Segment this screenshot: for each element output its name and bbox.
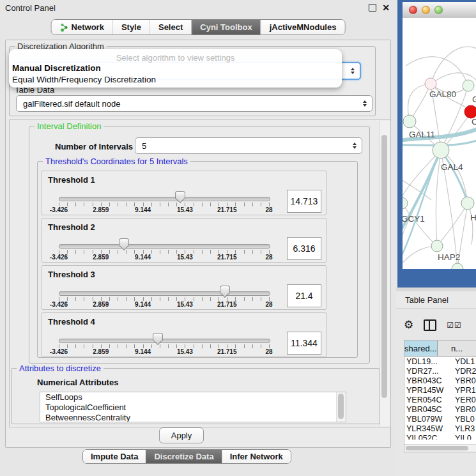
list-item[interactable]: SelfLoops <box>40 392 346 403</box>
table-cell[interactable]: YER054C <box>404 395 453 404</box>
apply-button[interactable]: Apply <box>159 427 204 443</box>
column-header-name[interactable]: n... <box>438 341 476 356</box>
table-row[interactable]: YDL19...YDL1 <box>404 357 476 366</box>
slider-knob[interactable] <box>175 191 185 199</box>
threshold-2-value-field[interactable]: 6.316 <box>287 237 321 260</box>
table-cell[interactable]: YLR345W <box>404 424 453 433</box>
list-scrollbar[interactable] <box>336 392 346 422</box>
numerical-attributes-label: Numerical Attributes <box>37 378 118 387</box>
table-cell[interactable]: YBR043C <box>404 376 453 385</box>
table-row[interactable]: YBL079WYBL0 <box>404 414 476 424</box>
dropdown-hint: Select algorithm to view settings <box>9 53 342 63</box>
threshold-3-slider[interactable]: -3.426 2.859 9.144 15.43 21.715 28 <box>59 266 269 309</box>
tick-label: 15.43 <box>177 254 193 261</box>
attributes-group-title: Attributes to discretize <box>17 364 104 373</box>
tick-label: 21.715 <box>217 348 237 355</box>
tab-jactivemnodules[interactable]: jActiveMNodules <box>261 20 345 35</box>
table-row[interactable]: YPR145WYPR1 <box>404 385 476 395</box>
columns-icon[interactable] <box>424 319 436 331</box>
table-cell[interactable]: YBL079W <box>404 415 453 424</box>
float-window-icon[interactable] <box>369 4 376 12</box>
table-cell[interactable]: YBL0 <box>453 415 476 424</box>
tick-label: 28 <box>265 254 272 261</box>
threshold-1-value-field[interactable]: 14.713 <box>287 190 321 213</box>
close-icon[interactable]: ✕ <box>382 4 390 12</box>
slider-track[interactable] <box>59 244 270 249</box>
column-header-shared-name[interactable]: shared... <box>404 341 438 356</box>
threshold-4-slider[interactable]: -3.426 2.859 9.144 15.43 21.715 28 <box>59 313 269 357</box>
slider-knob[interactable] <box>220 286 230 293</box>
slider-knob[interactable] <box>119 238 129 246</box>
table-header-row: shared... n... <box>404 341 476 357</box>
zoom-traffic-light[interactable] <box>434 6 443 14</box>
table-cell[interactable]: YPR1 <box>453 386 476 395</box>
table-data-combobox[interactable]: galFiltered.sif default node <box>16 95 372 112</box>
table-row[interactable]: YIL052CYIL0 <box>404 433 476 440</box>
threshold-4-value-field[interactable]: 11.344 <box>287 332 321 355</box>
table-row[interactable]: YBR045CYBR0 <box>404 404 476 414</box>
table-row[interactable]: YBR043CYBR0 <box>404 376 476 385</box>
table-cell[interactable]: YBR0 <box>453 376 476 385</box>
table-cell[interactable]: YBR045C <box>404 405 453 414</box>
tab-discretize-data[interactable]: Discretize Data <box>146 450 221 463</box>
dropdown-option-equal-width-frequency[interactable]: Equal Width/Frequency Discretization <box>9 74 342 86</box>
horizontal-scrollbar[interactable] <box>404 444 476 452</box>
tab-infer-network[interactable]: Infer Network <box>222 450 291 463</box>
node-table: shared... n... YDL19...YDL1YDR27...YDR2Y… <box>404 340 476 452</box>
threshold-3-value-field[interactable]: 21.4 <box>287 284 321 307</box>
network-window-titlebar[interactable] <box>403 2 476 19</box>
table-panel-title: Table Panel <box>396 295 449 305</box>
table-cell[interactable]: YDR2 <box>453 367 476 376</box>
slider-knob[interactable] <box>153 333 163 341</box>
threshold-1-slider[interactable]: -3.426 2.859 9.144 15.43 21.715 28 <box>59 171 269 215</box>
slider-track[interactable] <box>59 197 270 201</box>
tab-style[interactable]: Style <box>112 20 150 35</box>
tab-network[interactable]: Network <box>52 20 112 35</box>
tick-label: 9.144 <box>135 254 151 261</box>
slider-track[interactable] <box>59 291 270 296</box>
table-cell[interactable]: YIL0 <box>453 434 476 440</box>
gear-icon[interactable]: ⚙ <box>404 319 413 331</box>
network-window[interactable]: GAL80 G C GAL11 GAL4 GCY1 H HAP2 <box>397 0 476 288</box>
algorithm-dropdown-popup: Select algorithm to view settings Manual… <box>9 49 342 88</box>
table-cell[interactable]: YPR145W <box>404 386 453 395</box>
network-view[interactable]: GAL80 G C GAL11 GAL4 GCY1 H HAP2 <box>403 18 476 269</box>
node-label: GAL80 <box>429 89 456 99</box>
scrollbar-thumb[interactable] <box>406 446 468 450</box>
table-cell[interactable]: YLR3 <box>453 424 476 433</box>
close-traffic-light[interactable] <box>409 6 417 14</box>
vertical-scrollbar[interactable] <box>380 121 390 426</box>
tick-label: 2.859 <box>93 254 109 261</box>
threshold-2-panel: Threshold 2 -3.426 2.859 9.144 15.43 <box>42 218 326 263</box>
table-cell[interactable]: YBR0 <box>453 405 476 414</box>
tab-select[interactable]: Select <box>150 20 191 35</box>
list-item[interactable]: BetweennessCentrality <box>40 413 346 422</box>
right-panel: GAL80 G C GAL11 GAL4 GCY1 H HAP2 Table P… <box>396 0 476 476</box>
node-label: GAL4 <box>441 162 463 172</box>
table-row[interactable]: YLR345WYLR3 <box>404 424 476 433</box>
tick-label: 21.715 <box>217 206 237 213</box>
table-cell[interactable]: YDR27... <box>404 367 453 376</box>
network-canvas[interactable]: GAL80 G C GAL11 GAL4 GCY1 H HAP2 <box>403 18 476 269</box>
number-of-intervals-combobox[interactable]: 5 <box>135 137 362 154</box>
thresholds-group-title: Threshold's Coordinates for 5 Intervals <box>43 157 190 166</box>
tab-cyni-toolbox[interactable]: Cyni Toolbox <box>191 20 260 35</box>
scrollbar-thumb[interactable] <box>338 394 344 419</box>
table-cell[interactable]: YDL19... <box>404 357 453 366</box>
list-item[interactable]: TopologicalCoefficient <box>40 403 346 413</box>
threshold-2-slider[interactable]: -3.426 2.859 9.144 15.43 21.715 28 <box>59 219 269 262</box>
minimize-traffic-light[interactable] <box>422 6 430 14</box>
selected-red-node[interactable] <box>464 105 476 118</box>
tab-jactivemnodules-label: jActiveMNodules <box>270 22 337 32</box>
table-row[interactable]: YDR27...YDR2 <box>404 366 476 376</box>
scrollbar-thumb[interactable] <box>381 135 387 398</box>
table-row[interactable]: YER054CYER0 <box>404 395 476 404</box>
table-cell[interactable]: YDL1 <box>453 357 476 366</box>
dropdown-option-manual-discretization[interactable]: Manual Discretization <box>9 63 342 74</box>
select-checkboxes-icon[interactable]: ☑☑ <box>447 321 462 330</box>
slider-track[interactable] <box>59 339 270 343</box>
table-cell[interactable]: YER0 <box>453 395 476 404</box>
tab-impute-data[interactable]: Impute Data <box>83 450 146 463</box>
tick-label: -3.426 <box>50 254 68 261</box>
table-cell[interactable]: YIL052C <box>404 434 453 440</box>
